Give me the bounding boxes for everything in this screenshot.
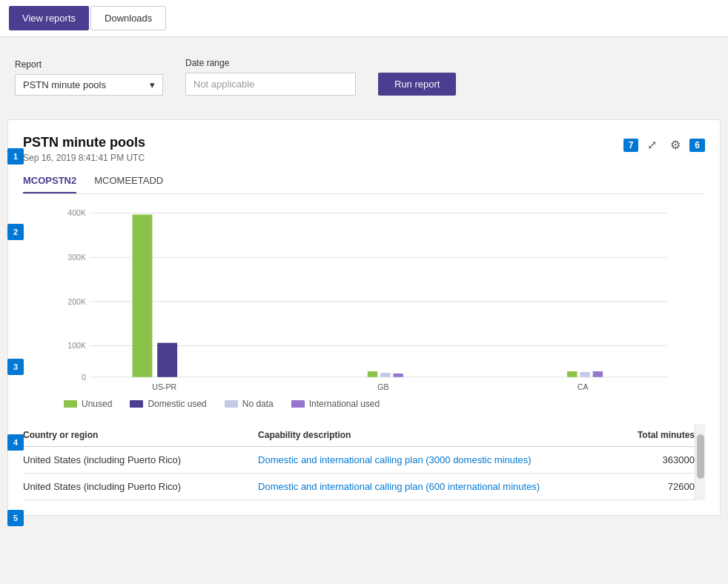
bar-ca-nodata [580,372,589,377]
table-row: United States (including Puerto Rico) Do… [23,447,695,474]
report-title: PSTN minute pools [23,135,145,150]
bar-ca-international [593,371,603,377]
scrollbar[interactable] [695,424,705,500]
report-header: PSTN minute pools Sep 16, 2019 8:41:41 P… [23,135,705,163]
report-card: PSTN minute pools Sep 16, 2019 8:41:41 P… [7,119,721,516]
date-range-placeholder: Not applicable [193,79,254,90]
chart-container: 400K 300K 200K 100K 0 US-PR GB CA [23,206,705,391]
svg-text:US-PR: US-PR [152,382,176,391]
report-tabs: MCOPSTN2 MCOMEETADD [23,175,705,194]
report-actions: 7 ⤢ ⚙ 6 [623,135,705,155]
row2-capability[interactable]: Domestic and international calling plan … [258,481,613,492]
step-badge-2: 2 [7,224,24,240]
legend-unused: Unused [64,399,112,409]
row1-minutes: 363000 [613,454,695,465]
date-range-input[interactable]: Not applicable [185,73,356,96]
bar-chart: 400K 300K 200K 100K 0 US-PR GB CA [23,206,705,391]
report-title-section: PSTN minute pools Sep 16, 2019 8:41:41 P… [23,135,145,163]
legend-domestic: Domestic used [130,399,206,409]
svg-text:300K: 300K [67,253,86,262]
legend-domestic-color [130,400,143,408]
legend-nodata-label: No data [242,399,274,409]
step-badges: 1 2 3 4 5 [7,148,24,523]
chevron-down-icon: ▾ [150,79,155,90]
table-header: Country or region Capability description… [23,424,695,447]
report-value: PSTN minute pools [23,79,106,90]
table-row: United States (including Puerto Rico) Do… [23,474,695,500]
legend-unused-color [64,400,77,408]
scrollbar-thumb[interactable] [697,434,704,479]
badge-7: 7 [623,139,639,152]
row1-country: United States (including Puerto Rico) [23,454,258,465]
downloads-tab[interactable]: Downloads [90,6,166,30]
bar-gb-nodata [380,373,390,377]
legend-nodata-color [225,400,238,408]
row2-minutes: 72600 [613,481,695,492]
tab-mcomeetadd[interactable]: MCOMEETADD [94,175,163,193]
filter-row: Report PSTN minute pools ▾ Date range No… [15,58,713,96]
run-report-button[interactable]: Run report [378,73,456,96]
date-range-filter-group: Date range Not applicable [185,58,356,96]
svg-text:200K: 200K [67,297,86,306]
chart-legend: Unused Domestic used No data Internation… [64,399,705,409]
badge-6: 6 [689,139,705,152]
data-table: Country or region Capability description… [23,424,705,500]
svg-text:400K: 400K [67,208,86,217]
bar-gb-unused [368,371,377,377]
legend-international-label: International used [309,399,380,409]
settings-icon[interactable]: ⚙ [666,135,685,155]
report-dropdown[interactable]: PSTN minute pools ▾ [15,74,163,96]
report-label: Report [15,59,163,70]
top-navigation: View reports Downloads [0,0,728,37]
svg-text:0: 0 [82,373,86,382]
bar-gb-international [393,374,403,377]
col-header-capability: Capability description [258,430,613,440]
bar-ca-unused [567,371,577,377]
svg-text:100K: 100K [67,341,86,350]
step-badge-5: 5 [7,510,24,523]
svg-text:CA: CA [578,382,589,391]
legend-nodata: No data [225,399,274,409]
bar-uspr-unused [133,215,153,377]
expand-icon[interactable]: ⤢ [643,135,661,155]
step-badge-1: 1 [7,148,24,165]
row1-capability[interactable]: Domestic and international calling plan … [258,454,613,465]
report-filter-group: Report PSTN minute pools ▾ [15,59,163,96]
step-badge-4: 4 [7,434,24,451]
filter-bar: Report PSTN minute pools ▾ Date range No… [0,44,728,112]
row2-country: United States (including Puerto Rico) [23,481,258,492]
legend-domestic-label: Domestic used [148,399,206,409]
col-header-country: Country or region [23,430,258,440]
svg-text:GB: GB [377,382,388,391]
col-header-minutes: Total minutes [613,430,695,440]
date-range-label: Date range [185,58,356,68]
tab-mcopstn2[interactable]: MCOPSTN2 [23,175,76,193]
report-datetime: Sep 16, 2019 8:41:41 PM UTC [23,153,145,163]
bar-uspr-domestic [157,343,177,377]
legend-unused-label: Unused [82,399,112,409]
view-reports-tab[interactable]: View reports [9,6,89,30]
legend-international-color [291,400,305,408]
table-content: Country or region Capability description… [23,424,695,500]
legend-international: International used [291,399,380,409]
step-badge-3: 3 [7,359,24,375]
